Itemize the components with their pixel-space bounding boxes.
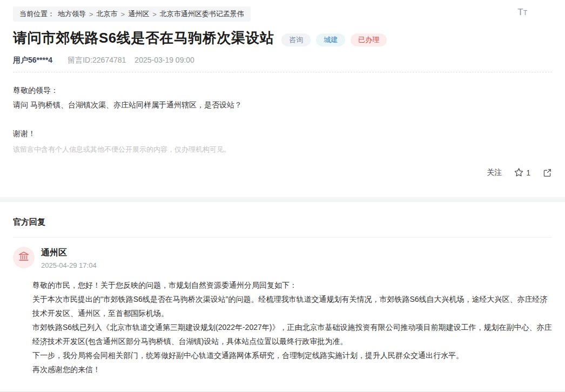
reply-author-meta: 通州区 2025-04-29 17:04 (41, 247, 97, 269)
question-body: 尊敬的领导： 请问 马驹桥镇、台湖镇次渠、亦庄站同样属于通州辖区，是否设站？ 谢… (13, 83, 552, 141)
breadcrumb-item-city[interactable]: 北京市 (97, 9, 118, 19)
question-content: 请问 马驹桥镇、台湖镇次渠、亦庄站同样属于通州辖区，是否设站？ (13, 98, 552, 112)
reply-paragraph: 再次感谢您的来信！ (32, 362, 552, 376)
question-section: 当前位置： 地方领导 > 北京市 > 通州区 > 北京市通州区委书记孟景伟 TT… (0, 0, 565, 178)
breadcrumb-separator: > (152, 10, 157, 18)
username: 用户56****4 (13, 56, 52, 65)
government-building-icon (18, 251, 30, 265)
status-badge: 已办理 (351, 33, 387, 46)
star-count: 1 (526, 168, 530, 177)
reply-paragraph: 市郊铁路S6线已列入《北京市轨道交通第三期建设规划(2022年-2027年)》，… (32, 320, 552, 348)
reply-divider (13, 237, 552, 238)
font-size-icon-big: T (517, 7, 523, 17)
question-actions: 关注 1 (13, 167, 552, 178)
question-meta: 用户56****4 留言ID:22674781 2025-03-19 09:00 (13, 56, 552, 65)
share-button[interactable] (542, 168, 552, 178)
reply-author-block: 通州区 2025-04-29 17:04 (13, 247, 552, 269)
avatar (13, 247, 35, 268)
tag-list: 咨询 城建 已办理 (281, 33, 387, 46)
breadcrumb-separator: > (89, 10, 93, 18)
tag-domain: 城建 (316, 33, 345, 46)
message-detail-page: 当前位置： 地方领导 > 北京市 > 通州区 > 北京市通州区委书记孟景伟 TT… (0, 0, 565, 392)
reply-section-title: 官方回复 (13, 217, 552, 227)
star-button[interactable]: 1 (514, 167, 530, 178)
font-size-icon[interactable]: TT (517, 8, 527, 17)
reply-author: 通州区 (41, 247, 97, 259)
breadcrumb-item-platform[interactable]: 地方领导 (58, 9, 86, 19)
message-id: 留言ID:22674781 (68, 56, 126, 65)
breadcrumb: 当前位置： 地方领导 > 北京市 > 通州区 > 北京市通州区委书记孟景伟 (13, 6, 251, 22)
reply-paragraph: 尊敬的市民，您好！关于您反映的问题，市规划自然资源委通州分局回复如下： (32, 278, 552, 292)
share-icon (542, 168, 552, 178)
title-row: 请问市郊铁路S6线是否在马驹桥次渠设站 咨询 城建 已办理 (13, 29, 552, 48)
reply-paragraph: 关于本次市民提出的“市郊铁路S6线是否在马驹桥次渠设站”的问题。经梳理我市轨道交… (32, 292, 552, 320)
font-size-icon-small: T (523, 9, 527, 17)
reply-body: 尊敬的市民，您好！关于您反映的问题，市规划自然资源委通州分局回复如下： 关于本次… (32, 278, 552, 376)
breadcrumb-item-district[interactable]: 通州区 (128, 9, 149, 19)
follow-button[interactable]: 关注 (487, 168, 502, 178)
reply-paragraph: 下一步，我分局将会同相关部门，统筹做好副中心轨道交通路网体系研究，合理制定线路实… (32, 348, 552, 362)
privacy-note: 该留言中含有个人信息或其他不便公开展示的内容，仅办理机构可见。 (13, 145, 552, 154)
question-date: 2025-03-19 09:00 (134, 56, 194, 64)
dashed-divider (13, 72, 552, 72)
question-salutation: 尊敬的领导： (13, 83, 552, 98)
breadcrumb-label: 当前位置： (19, 9, 55, 19)
star-icon (514, 167, 524, 178)
section-divider-band (0, 197, 565, 202)
reply-date: 2025-04-29 17:04 (41, 261, 97, 269)
page-title: 请问市郊铁路S6线是否在马驹桥次渠设站 (13, 29, 274, 48)
topbar: 当前位置： 地方领导 > 北京市 > 通州区 > 北京市通州区委书记孟景伟 TT (13, 6, 552, 22)
official-reply-section: 官方回复 通州区 2025-04-29 17:04 (0, 202, 565, 392)
question-closing: 谢谢！ (13, 126, 552, 141)
tag-consult: 咨询 (281, 33, 311, 46)
breadcrumb-separator: > (121, 10, 125, 18)
breadcrumb-item-leader[interactable]: 北京市通州区委书记孟景伟 (160, 9, 244, 19)
